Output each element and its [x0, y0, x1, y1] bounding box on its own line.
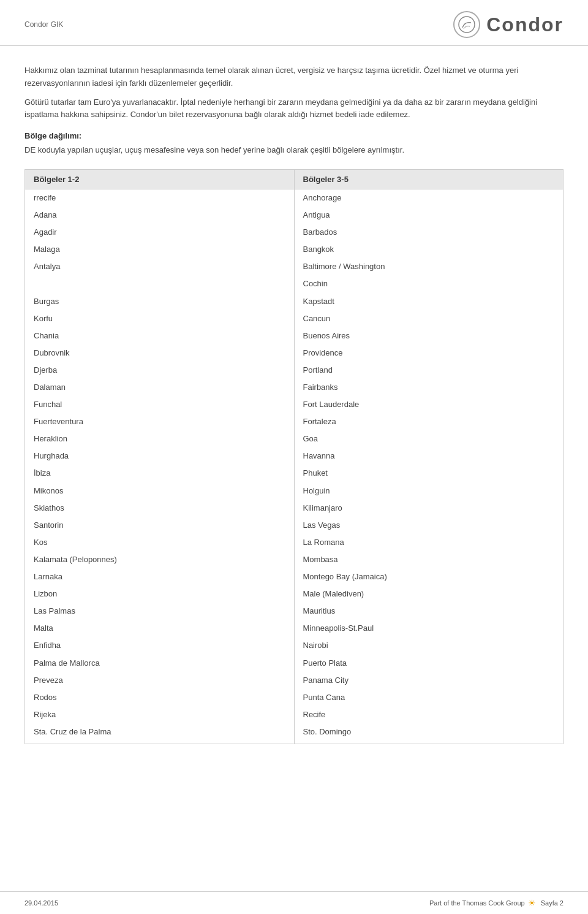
city-right: Kilimanjaro — [294, 500, 564, 517]
city-left: Burgas — [25, 293, 295, 310]
city-left: Funchal — [25, 396, 295, 413]
city-right: Goa — [294, 430, 564, 447]
city-left: Chania — [25, 327, 295, 345]
table-row: KorfuCancun — [25, 310, 564, 327]
city-right: Buenos Aires — [294, 327, 564, 345]
footer-right: Part of the Thomas Cook Group ☀ Sayfa 2 — [429, 898, 564, 908]
city-left: Las Palmas — [25, 603, 295, 620]
city-left — [25, 275, 295, 292]
logo-brand: Condor — [486, 13, 564, 36]
section-title: Bölge dağılımı: — [24, 131, 564, 140]
city-right: Fortaleza — [294, 413, 564, 430]
city-right: Fairbanks — [294, 379, 564, 396]
table-row: AdanaAntigua — [25, 207, 564, 224]
city-left: Kalamata (Peloponnes) — [25, 551, 295, 568]
city-right: Male (Malediven) — [294, 585, 564, 603]
city-left: Djerba — [25, 362, 295, 379]
city-left: Fuerteventura — [25, 413, 295, 430]
city-right: Antigua — [294, 207, 564, 224]
city-right: Mombasa — [294, 551, 564, 568]
table-row: Cochin — [25, 275, 564, 292]
table-row: LarnakaMontego Bay (Jamaica) — [25, 568, 564, 585]
city-left: Skiathos — [25, 500, 295, 517]
city-right: Nairobi — [294, 637, 564, 654]
table-row: MalagaBangkok — [25, 241, 564, 258]
page: Condor GIK Condor Hakkımız olan tazminat… — [0, 0, 588, 914]
main-content: Hakkımız olan tazminat tutarının hesapla… — [0, 46, 588, 775]
table-row: HurghadaHavanna — [25, 447, 564, 465]
city-right: Phuket — [294, 465, 564, 482]
table-row: MaltaMinneapolis-St.Paul — [25, 620, 564, 637]
logo-icon — [453, 11, 480, 38]
city-left: Palma de Mallorca — [25, 655, 295, 672]
section-desc: DE koduyla yapılan uçuşlar, uçuş mesafes… — [24, 144, 564, 157]
table-row: EnfidhaNairobi — [25, 637, 564, 654]
table-row: ChaniaBuenos Aires — [25, 327, 564, 345]
city-right: Baltimore / Washington — [294, 258, 564, 275]
city-right: Portland — [294, 362, 564, 379]
city-left: Korfu — [25, 310, 295, 327]
city-left: İbiza — [25, 465, 295, 482]
city-left: Agadir — [25, 224, 295, 241]
city-right: Recife — [294, 706, 564, 723]
city-left: Kos — [25, 534, 295, 551]
table-row: BurgasKapstadt — [25, 293, 564, 310]
city-right: Montego Bay (Jamaica) — [294, 568, 564, 585]
city-right: Fort Lauderdale — [294, 396, 564, 413]
city-left: Malta — [25, 620, 295, 637]
city-left: Adana — [25, 207, 295, 224]
col2-header: Bölgeler 3-5 — [294, 169, 564, 189]
city-left: Santorin — [25, 517, 295, 534]
city-right: Panama City — [294, 672, 564, 689]
table-row: DjerbaPortland — [25, 362, 564, 379]
header: Condor GIK Condor — [0, 0, 588, 46]
city-left: rrecife — [25, 189, 295, 207]
city-right: Mauritius — [294, 603, 564, 620]
footer-date: 29.04.2015 — [24, 899, 58, 907]
city-left: Rijeka — [25, 706, 295, 723]
city-left: Malaga — [25, 241, 295, 258]
table-row: SkiathosKilimanjaro — [25, 500, 564, 517]
city-right: Barbados — [294, 224, 564, 241]
city-left: Heraklion — [25, 430, 295, 447]
city-left: Lizbon — [25, 585, 295, 603]
city-left: Preveza — [25, 672, 295, 689]
city-left: Hurghada — [25, 447, 295, 465]
table-row: RodosPunta Cana — [25, 689, 564, 706]
city-right: La Romana — [294, 534, 564, 551]
table-row: DalamanFairbanks — [25, 379, 564, 396]
city-right: Minneapolis-St.Paul — [294, 620, 564, 637]
table-row: PrevezaPanama City — [25, 672, 564, 689]
regions-table: Bölgeler 1-2 Bölgeler 3-5 rrecifeAnchora… — [24, 169, 564, 744]
table-row: KosLa Romana — [25, 534, 564, 551]
table-row: DubrovnikProvidence — [25, 345, 564, 362]
city-right: Holguin — [294, 482, 564, 500]
city-right: Bangkok — [294, 241, 564, 258]
city-left: Dalaman — [25, 379, 295, 396]
table-row: AgadirBarbados — [25, 224, 564, 241]
city-right: Punta Cana — [294, 689, 564, 706]
table-row: Las PalmasMauritius — [25, 603, 564, 620]
intro-paragraph2: Götürü tutarlar tam Euro'ya yuvarlanacak… — [24, 96, 564, 122]
city-left: Larnaka — [25, 568, 295, 585]
col1-header: Bölgeler 1-2 — [25, 169, 295, 189]
table-row: RijekaRecife — [25, 706, 564, 723]
city-right: Anchorage — [294, 189, 564, 207]
city-right: Havanna — [294, 447, 564, 465]
company-name: Condor GIK — [24, 20, 63, 29]
table-row: LizbonMale (Malediven) — [25, 585, 564, 603]
table-row: İbizaPhuket — [25, 465, 564, 482]
city-right: Puerto Plata — [294, 655, 564, 672]
city-right: Cochin — [294, 275, 564, 292]
intro-paragraph1: Hakkımız olan tazminat tutarının hesapla… — [24, 64, 564, 90]
city-left: Rodos — [25, 689, 295, 706]
logo-area: Condor — [453, 11, 564, 38]
city-left: Sta. Cruz de la Palma — [25, 723, 295, 744]
table-row: Kalamata (Peloponnes)Mombasa — [25, 551, 564, 568]
table-row: AntalyaBaltimore / Washington — [25, 258, 564, 275]
svg-point-0 — [459, 17, 475, 32]
city-right: Providence — [294, 345, 564, 362]
footer: 29.04.2015 Part of the Thomas Cook Group… — [0, 891, 588, 914]
table-row: SantorinLas Vegas — [25, 517, 564, 534]
sun-icon: ☀ — [528, 898, 536, 908]
